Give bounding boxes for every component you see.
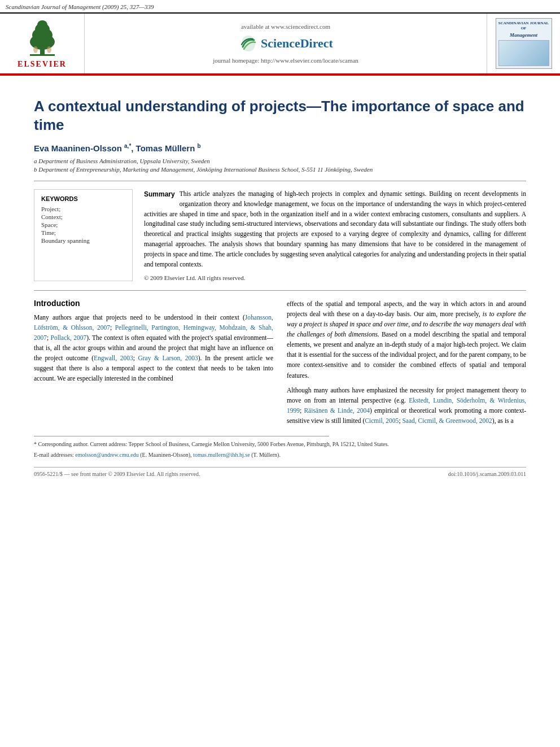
abstract-label: Summary bbox=[144, 189, 175, 200]
journal-cover-top: SCANDINAVIAN JOURNAL OF bbox=[497, 21, 550, 31]
elsevier-logo: ELSEVIER bbox=[0, 14, 85, 73]
main-content: A contextual understanding of projects—T… bbox=[0, 76, 560, 488]
keyword-2: Context; bbox=[41, 213, 125, 220]
journal-cover-mid: Management bbox=[510, 32, 537, 38]
ref-pollack[interactable]: Pollack, 2007 bbox=[51, 334, 87, 341]
abstract-row: KEYWORDS Project; Context; Space; Time; … bbox=[34, 189, 526, 281]
article-title: A contextual understanding of projects—T… bbox=[34, 97, 526, 134]
ref-cicmil[interactable]: Cicmil, 2005 bbox=[365, 417, 399, 424]
logo-strip: ELSEVIER available at www.sciencedirect.… bbox=[0, 14, 560, 76]
divider-2 bbox=[34, 290, 526, 291]
left-column: Introduction Many authors argue that pro… bbox=[34, 299, 273, 431]
elsevier-tree-icon bbox=[20, 18, 65, 58]
doi-line: doi:10.1016/j.scaman.2009.03.011 bbox=[448, 471, 526, 477]
ref-saad[interactable]: Saad, Cicmil, & Greenwood, 2002 bbox=[402, 417, 492, 424]
journal-cover: SCANDINAVIAN JOURNAL OF Management bbox=[496, 18, 552, 69]
journal-cover-container: SCANDINAVIAN JOURNAL OF Management bbox=[487, 14, 560, 73]
keyword-3: Space; bbox=[41, 221, 125, 228]
author-eva: Eva Maaninen-Olsson bbox=[34, 143, 124, 153]
journal-citation: Scandinavian Journal of Management (2009… bbox=[6, 3, 154, 10]
ref-gray[interactable]: Gray & Larson, 2003 bbox=[138, 355, 198, 361]
author-a-sup: a,* bbox=[124, 143, 131, 149]
keyword-5: Boundary spanning bbox=[41, 237, 125, 244]
header-bar: Scandinavian Journal of Management (2009… bbox=[0, 0, 560, 14]
email-1[interactable]: emolsson@andrew.cmu.edu bbox=[75, 452, 138, 458]
ref-raisanen[interactable]: Räisänen & Linde, 2004 bbox=[304, 407, 369, 414]
email-2[interactable]: tomas.mullern@ihh.hj.se bbox=[193, 452, 250, 458]
intro-heading: Introduction bbox=[34, 299, 273, 308]
italic-aim: is to explore the way a project is shape… bbox=[287, 311, 526, 338]
logo-center: available at www.sciencedirect.com Scien… bbox=[85, 14, 487, 73]
author-b-sup: b bbox=[198, 143, 201, 149]
elsevier-label: ELSEVIER bbox=[18, 60, 67, 69]
affiliation-b: b Department of Entrepreneurship, Market… bbox=[34, 166, 526, 173]
abstract-content: This article analyzes the managing of hi… bbox=[144, 190, 526, 268]
bottom-strip: 0956-5221/$ — see front matter © 2009 El… bbox=[34, 467, 526, 477]
svg-point-6 bbox=[33, 46, 38, 53]
footnote-divider bbox=[34, 436, 329, 436]
keyword-4: Time; bbox=[41, 229, 125, 236]
author-separator: , Tomas Müllern bbox=[131, 143, 197, 153]
intro-right-para-2: Although many authors have emphasized th… bbox=[287, 385, 526, 426]
available-text: available at www.sciencedirect.com bbox=[241, 23, 330, 30]
affiliation-a: a Department of Business Administration,… bbox=[34, 158, 526, 164]
right-column: effects of the spatial and temporal aspe… bbox=[287, 299, 526, 431]
footnote-email: E-mail addresses: emolsson@andrew.cmu.ed… bbox=[34, 451, 526, 459]
divider-1 bbox=[34, 181, 526, 181]
svg-rect-1 bbox=[30, 54, 55, 56]
sciencedirect-icon bbox=[238, 33, 259, 54]
two-col-body: Introduction Many authors argue that pro… bbox=[34, 299, 526, 431]
intro-right-para-1: effects of the spatial and temporal aspe… bbox=[287, 299, 526, 381]
abstract-text-box: Summary This article analyzes the managi… bbox=[144, 189, 526, 281]
issn-line: 0956-5221/$ — see front matter © 2009 El… bbox=[34, 471, 200, 477]
footnote-corresponding: * Corresponding author. Current address:… bbox=[34, 440, 526, 448]
journal-homepage: journal homepage: http://www.elsevier.co… bbox=[213, 57, 358, 64]
sciencedirect-text: ScienceDirect bbox=[261, 36, 333, 51]
intro-left-para: Many authors argue that projects need to… bbox=[34, 312, 273, 384]
keywords-box: KEYWORDS Project; Context; Space; Time; … bbox=[34, 189, 133, 281]
journal-cover-image bbox=[498, 40, 549, 66]
svg-point-7 bbox=[47, 46, 51, 53]
sciencedirect-logo: ScienceDirect bbox=[238, 33, 333, 54]
authors-line: Eva Maaninen-Olsson a,*, Tomas Müllern b bbox=[34, 143, 526, 153]
abstract-body: Summary This article analyzes the managi… bbox=[144, 189, 526, 270]
copyright-line: © 2009 Elsevier Ltd. All rights reserved… bbox=[144, 274, 526, 281]
keyword-1: Project; bbox=[41, 206, 125, 212]
keywords-title: KEYWORDS bbox=[41, 195, 125, 202]
svg-point-5 bbox=[37, 20, 47, 29]
ref-engwall[interactable]: Engwall, 2003 bbox=[94, 355, 133, 361]
